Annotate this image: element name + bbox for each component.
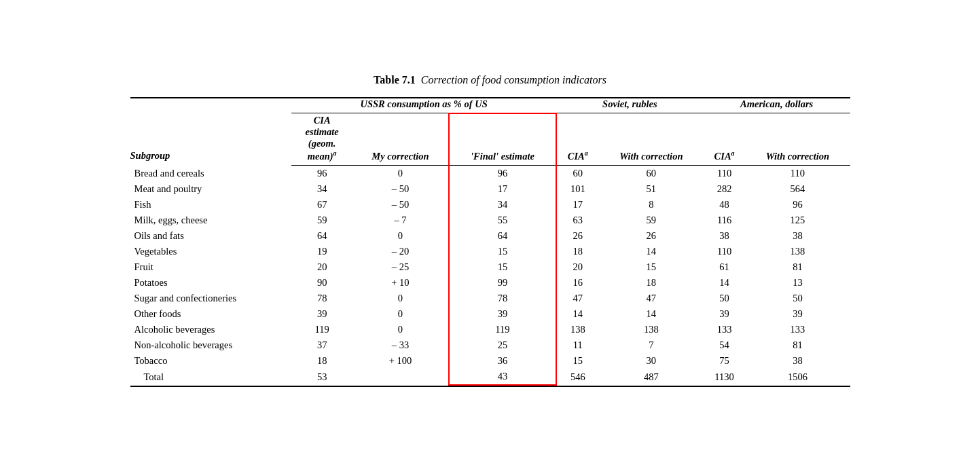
subgroup-cell: Potatoes <box>130 275 292 291</box>
total-cia-est-cell: 53 <box>291 369 352 385</box>
total-cia-am-cell: 1130 <box>704 369 745 385</box>
soviet-group-header: Soviet, rubles <box>556 98 704 113</box>
final-cell: 25 <box>449 337 556 353</box>
cia-sov-cell: 11 <box>556 337 599 353</box>
cia-est-cell: 34 <box>291 181 352 197</box>
cia-est-cell: 20 <box>291 259 352 275</box>
cia-sov-cell: 20 <box>556 259 599 275</box>
my-corr-cell: 0 <box>352 291 449 306</box>
cia-am-cell: 282 <box>704 181 745 197</box>
subgroup-cell: Tobacco <box>130 353 292 369</box>
table-title: Table 7.1 Correction of food consumption… <box>130 74 850 86</box>
my-corr-cell: 0 <box>352 322 449 337</box>
my-corr-cell: – 25 <box>352 259 449 275</box>
cia-soviet-header: CIAa <box>556 113 599 166</box>
table-row: Fish 67 – 50 34 17 8 48 96 <box>130 197 850 213</box>
with-corr-am-cell: 564 <box>745 181 850 197</box>
cia-sov-cell: 60 <box>556 166 599 181</box>
total-cia-sov-cell: 546 <box>556 369 599 385</box>
with-corr-am-cell: 96 <box>745 197 850 213</box>
my-corr-cell: – 33 <box>352 337 449 353</box>
with-corr-sov-cell: 26 <box>599 228 704 244</box>
with-corr-sov-cell: 60 <box>599 166 704 181</box>
my-corr-cell: + 10 <box>352 275 449 291</box>
subgroup-cell: Alcoholic beverages <box>130 322 292 337</box>
ussr-group-header: USSR consumption as % of US <box>291 98 556 113</box>
cia-am-cell: 116 <box>704 213 745 228</box>
cia-am-cell: 48 <box>704 197 745 213</box>
final-cell: 36 <box>449 353 556 369</box>
subgroup-cell: Bread and cereals <box>130 166 292 181</box>
cia-sov-cell: 101 <box>556 181 599 197</box>
final-cell: 99 <box>449 275 556 291</box>
with-corr-sov-cell: 138 <box>599 322 704 337</box>
with-corr-am-cell: 138 <box>745 244 850 259</box>
bottom-border-row <box>130 385 850 386</box>
table-row: Potatoes 90 + 10 99 16 18 14 13 <box>130 275 850 291</box>
cia-est-cell: 64 <box>291 228 352 244</box>
cia-am-cell: 75 <box>704 353 745 369</box>
cia-estimate-header: CIAestimate(geom.mean)a <box>291 113 352 166</box>
with-corr-am-cell: 81 <box>745 259 850 275</box>
total-with-corr-sov-cell: 487 <box>599 369 704 385</box>
cia-american-header: CIAa <box>704 113 745 166</box>
table-row: Tobacco 18 + 100 36 15 30 75 38 <box>130 353 850 369</box>
table-description: Correction of food consumption indicator… <box>421 74 606 86</box>
table-row: Milk, eggs, cheese 59 – 7 55 63 59 116 1… <box>130 213 850 228</box>
cia-sov-cell: 47 <box>556 291 599 306</box>
cia-am-cell: 133 <box>704 322 745 337</box>
group-header-row: Subgroup USSR consumption as % of US Sov… <box>130 98 850 113</box>
american-group-header: American, dollars <box>704 98 850 113</box>
with-corr-sov-cell: 51 <box>599 181 704 197</box>
with-corr-am-cell: 13 <box>745 275 850 291</box>
with-corr-sov-cell: 14 <box>599 306 704 322</box>
final-cell: 15 <box>449 244 556 259</box>
with-corr-am-cell: 110 <box>745 166 850 181</box>
cia-sov-cell: 15 <box>556 353 599 369</box>
cia-sov-cell: 17 <box>556 197 599 213</box>
total-with-corr-am-cell: 1506 <box>745 369 850 385</box>
with-corr-sov-cell: 59 <box>599 213 704 228</box>
table-row: Fruit 20 – 25 15 20 15 61 81 <box>130 259 850 275</box>
cia-sov-cell: 16 <box>556 275 599 291</box>
final-cell: 119 <box>449 322 556 337</box>
with-correction-american-header: With correction <box>745 113 850 166</box>
cia-est-cell: 96 <box>291 166 352 181</box>
my-corr-cell: – 20 <box>352 244 449 259</box>
subgroup-header: Subgroup <box>130 98 292 166</box>
total-final-cell: 43 <box>449 369 556 385</box>
with-corr-am-cell: 39 <box>745 306 850 322</box>
cia-am-cell: 110 <box>704 166 745 181</box>
with-corr-am-cell: 50 <box>745 291 850 306</box>
final-estimate-header: 'Final' estimate <box>449 113 556 166</box>
cia-am-cell: 14 <box>704 275 745 291</box>
subgroup-cell: Fruit <box>130 259 292 275</box>
with-corr-sov-cell: 14 <box>599 244 704 259</box>
with-corr-am-cell: 125 <box>745 213 850 228</box>
my-corr-cell: 0 <box>352 166 449 181</box>
data-table: Subgroup USSR consumption as % of US Sov… <box>130 97 850 387</box>
my-corr-cell: + 100 <box>352 353 449 369</box>
table-row: Alcoholic beverages 119 0 119 138 138 13… <box>130 322 850 337</box>
cia-sov-cell: 138 <box>556 322 599 337</box>
cia-est-cell: 37 <box>291 337 352 353</box>
with-corr-sov-cell: 15 <box>599 259 704 275</box>
cia-am-cell: 38 <box>704 228 745 244</box>
final-cell: 39 <box>449 306 556 322</box>
final-cell: 17 <box>449 181 556 197</box>
cia-am-cell: 61 <box>704 259 745 275</box>
table-row: Other foods 39 0 39 14 14 39 39 <box>130 306 850 322</box>
table-row: Vegetables 19 – 20 15 18 14 110 138 <box>130 244 850 259</box>
cia-sov-cell: 26 <box>556 228 599 244</box>
subgroup-cell: Meat and poultry <box>130 181 292 197</box>
final-cell: 34 <box>449 197 556 213</box>
table-row: Non-alcoholic beverages 37 – 33 25 11 7 … <box>130 337 850 353</box>
with-corr-am-cell: 133 <box>745 322 850 337</box>
cia-est-cell: 19 <box>291 244 352 259</box>
with-corr-sov-cell: 18 <box>599 275 704 291</box>
cia-est-cell: 59 <box>291 213 352 228</box>
with-correction-soviet-header: With correction <box>599 113 704 166</box>
subgroup-cell: Milk, eggs, cheese <box>130 213 292 228</box>
final-cell: 15 <box>449 259 556 275</box>
total-subgroup-cell: Total <box>130 369 292 385</box>
